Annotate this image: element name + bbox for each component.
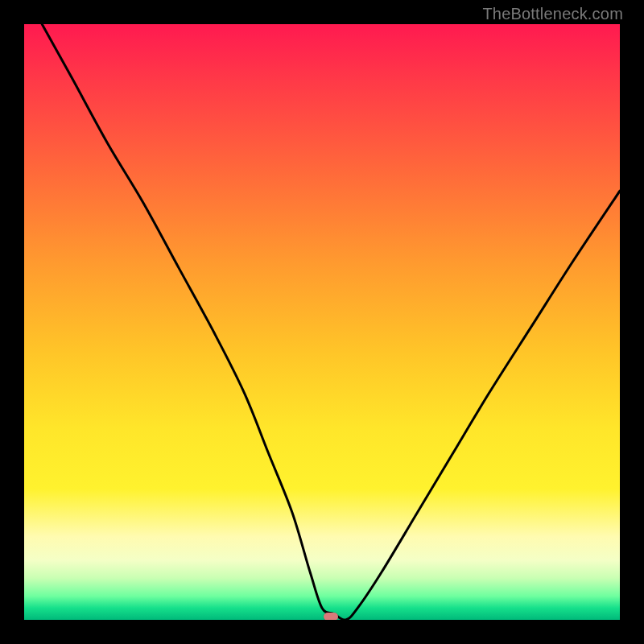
chart-frame: TheBottleneck.com <box>0 0 644 644</box>
watermark-text: TheBottleneck.com <box>482 5 623 23</box>
bottleneck-marker <box>324 613 338 620</box>
curve-path <box>42 24 620 620</box>
plot-area <box>24 24 620 620</box>
bottleneck-curve <box>24 24 620 620</box>
